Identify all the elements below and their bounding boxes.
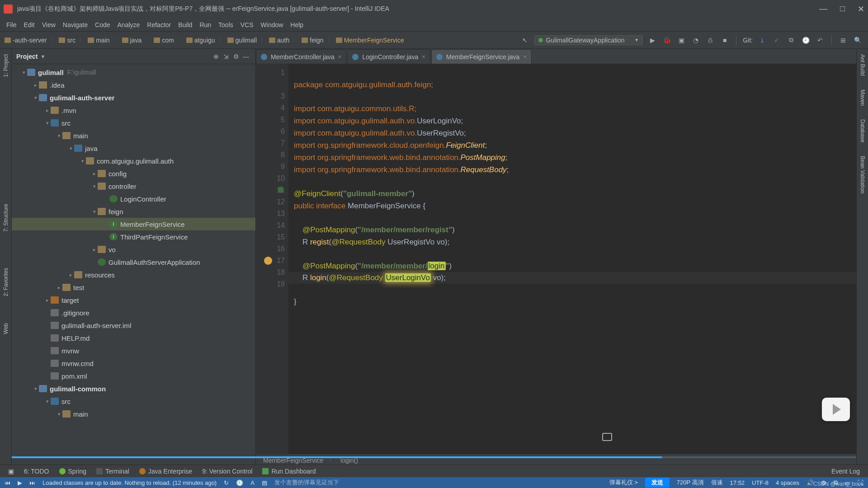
tree-node[interactable]: ▸resources [12, 268, 255, 281]
menu-analyze[interactable]: Analyze [114, 19, 144, 30]
play-button[interactable]: ▶ [18, 479, 22, 486]
gift-link[interactable]: 弹幕礼仪 > [609, 479, 638, 487]
tree-node[interactable]: GulimallAuthServerApplication [12, 256, 255, 268]
breadcrumb-segment[interactable]: main [85, 36, 112, 45]
speed-selector[interactable]: 倍速 [711, 479, 723, 487]
indent[interactable]: 4 spaces [776, 479, 799, 486]
tool-tab-ant[interactable]: Ant Build [859, 52, 867, 79]
tree-node[interactable]: ▸vo [12, 243, 255, 256]
breadcrumb-segment[interactable]: atguigu [184, 36, 218, 45]
menu-vcs[interactable]: VCS [237, 19, 257, 30]
back-prop-icon[interactable]: ↖ [520, 35, 530, 45]
breadcrumb-segment[interactable]: feign [299, 36, 326, 45]
tool-hide-icon[interactable]: ▣ [4, 466, 19, 476]
editor-tab[interactable]: MemberFeignService.java× [431, 49, 532, 64]
tree-node[interactable]: ▸.idea [12, 79, 255, 91]
implemented-icon[interactable] [278, 187, 284, 193]
play-prev-icon[interactable]: ⏮ [5, 479, 10, 486]
close-tab-icon[interactable]: × [422, 53, 425, 60]
menu-help[interactable]: Help [287, 19, 307, 30]
menu-navigate[interactable]: Navigate [59, 19, 91, 30]
search-everywhere-icon[interactable]: 🔍 [853, 35, 863, 45]
menu-tools[interactable]: Tools [215, 19, 237, 30]
chevron-down-icon[interactable]: ▼ [40, 54, 45, 59]
breadcrumb[interactable]: -auth-server〉src〉main〉java〉com〉atguigu〉g… [2, 36, 516, 45]
tree-node[interactable]: ▾gulimall-common [12, 382, 255, 395]
minimize-button[interactable]: — [819, 4, 827, 14]
editor-tab[interactable]: MemberController.java× [256, 49, 346, 64]
tool-rundash[interactable]: Run Dashboard [258, 466, 320, 476]
tree-node[interactable]: ▾main [12, 129, 255, 142]
tree-node[interactable]: ▾src [12, 117, 255, 129]
tree-node[interactable]: ▾main [12, 408, 255, 420]
font-icon[interactable]: A [250, 479, 255, 486]
repeat-icon[interactable]: ↻ [224, 479, 229, 486]
attach-button[interactable]: ⎙ [705, 35, 715, 45]
tool-tab-structure[interactable]: 7: Structure [2, 201, 10, 235]
tool-terminal[interactable]: Terminal [92, 466, 134, 476]
time-icon[interactable]: 🕘 [236, 479, 243, 486]
tree-node[interactable]: .gitignore [12, 306, 255, 319]
maximize-button[interactable]: □ [840, 4, 845, 14]
breadcrumb-segment[interactable]: gulimall [225, 36, 259, 45]
tree-node[interactable]: ▾src [12, 395, 255, 408]
run-config-selector[interactable]: GulimallGatewayApplication ▼ [534, 35, 643, 45]
tool-tab-web[interactable]: Web [2, 320, 10, 337]
tool-tab-project[interactable]: 1: Project [2, 52, 10, 80]
debug-button[interactable]: 🐞 [662, 35, 672, 45]
tree-node[interactable]: ▸test [12, 281, 255, 294]
git-commit-icon[interactable]: ✓ [772, 35, 782, 45]
menu-build[interactable]: Build [175, 19, 196, 30]
collapse-icon[interactable]: ⇲ [221, 52, 231, 61]
menu-refactor[interactable]: Refactor [143, 19, 175, 30]
menu-run[interactable]: Run [196, 19, 215, 30]
stop-button[interactable]: ■ [720, 35, 730, 45]
breadcrumb-segment[interactable]: -auth-server [2, 36, 49, 45]
close-tab-icon[interactable]: × [523, 53, 527, 60]
tool-javaee[interactable]: Java Enterprise [135, 466, 197, 476]
tree-node[interactable]: LoginController [12, 192, 255, 205]
tree-node[interactable]: ▾feign [12, 205, 255, 218]
tree-node[interactable]: ▾controller [12, 180, 255, 192]
project-tree[interactable]: ▾gulimallF:\gulimall▸.idea▾gulimall-auth… [12, 64, 255, 466]
breadcrumb-segment[interactable]: src [56, 36, 78, 45]
tool-eventlog[interactable]: Event Log [827, 466, 864, 476]
close-button[interactable]: ✕ [858, 4, 864, 14]
tree-node[interactable]: ▸target [12, 294, 255, 306]
tree-node[interactable]: IThirdPartFeignService [12, 230, 255, 243]
git-update-icon[interactable]: ⤓ [757, 35, 767, 45]
profile-button[interactable]: ◔ [691, 35, 701, 45]
breadcrumb-segment[interactable]: auth [266, 36, 292, 45]
tree-node[interactable]: ▾gulimallF:\gulimall [12, 66, 255, 79]
menu-file[interactable]: File [3, 19, 20, 30]
menu-window[interactable]: Window [257, 19, 287, 30]
tree-node[interactable]: pom.xml [12, 370, 255, 382]
quality-selector[interactable]: 720P 高清 [677, 479, 704, 487]
menu-edit[interactable]: Edit [20, 19, 38, 30]
intention-bulb-icon[interactable] [264, 257, 272, 265]
tree-node[interactable]: ▾com.atguigu.gulimall.auth [12, 155, 255, 167]
danmu-input[interactable]: 发个友善的弹幕见证当下 [274, 479, 339, 487]
send-button[interactable]: 发送 [645, 478, 670, 488]
git-history-icon[interactable]: 🕘 [801, 35, 811, 45]
git-revert-icon[interactable]: ↶ [815, 35, 825, 45]
ide-tools-icon[interactable]: ⊞ [838, 35, 848, 45]
tree-node[interactable]: mvnw.cmd [12, 357, 255, 370]
tree-node[interactable]: ▸config [12, 167, 255, 180]
tree-node[interactable]: mvnw [12, 344, 255, 357]
run-button[interactable]: ▶ [647, 35, 657, 45]
coverage-button[interactable]: ▣ [676, 35, 686, 45]
video-progress-bar[interactable] [12, 456, 856, 458]
tool-todo[interactable]: 6: TODO [19, 466, 54, 476]
tree-node[interactable]: ▸.mvn [12, 104, 255, 117]
tree-node[interactable]: ▾gulimall-auth-server [12, 91, 255, 104]
volume-icon[interactable]: 🔊 [807, 479, 814, 486]
tool-tab-favorites[interactable]: 2: Favorites [2, 265, 10, 299]
tool-tab-beanvalidation[interactable]: Bean Validation [859, 153, 867, 196]
git-compare-icon[interactable]: ⧉ [786, 35, 796, 45]
danmu-toggle-icon[interactable]: ▤ [262, 479, 267, 486]
breadcrumb-segment[interactable]: java [119, 36, 145, 45]
breadcrumb-segment[interactable]: MemberFeignService [333, 36, 407, 45]
tool-vcs[interactable]: 9: Version Control [198, 466, 257, 476]
tree-node[interactable]: ▾java [12, 142, 255, 155]
